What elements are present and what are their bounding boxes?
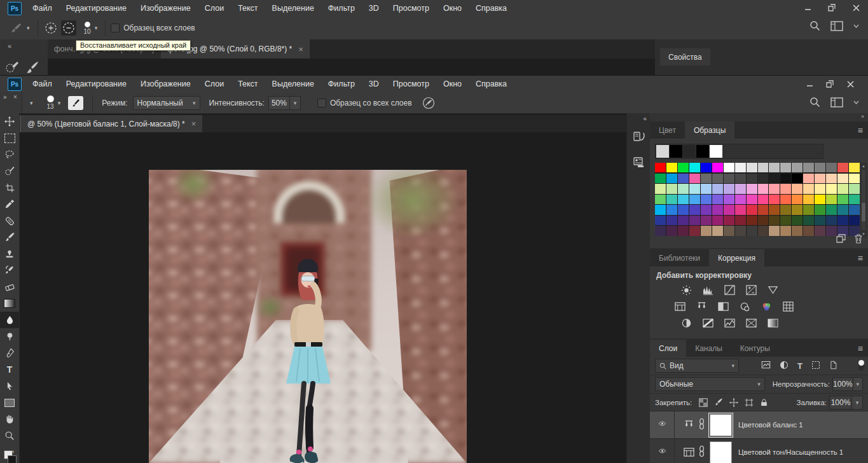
swatch[interactable] bbox=[815, 163, 825, 172]
swatch[interactable] bbox=[724, 163, 734, 172]
swatch[interactable] bbox=[735, 205, 746, 214]
recent-swatch[interactable] bbox=[656, 145, 669, 158]
swatches-tab[interactable]: Цвет bbox=[650, 121, 685, 139]
swatch[interactable] bbox=[712, 216, 723, 225]
swatch[interactable] bbox=[655, 174, 666, 183]
layer-name[interactable]: Цветовой тон/Насыщенность 1 bbox=[738, 448, 843, 456]
swatch[interactable] bbox=[769, 195, 780, 204]
menu-item[interactable]: 3D bbox=[362, 76, 386, 92]
workspace-switcher-icon-2[interactable] bbox=[830, 97, 843, 107]
fill-dropdown-icon[interactable]: ▾ bbox=[852, 396, 863, 410]
swatch[interactable] bbox=[724, 195, 734, 204]
adjustments-tab[interactable]: Коррекция bbox=[709, 249, 764, 266]
hand-tool[interactable] bbox=[0, 411, 19, 427]
swatch[interactable] bbox=[849, 163, 860, 172]
foreground-background-colors[interactable] bbox=[4, 450, 13, 463]
smart-object-filter-icon[interactable] bbox=[829, 361, 837, 371]
scroll-up-icon[interactable]: ▴ bbox=[862, 163, 865, 169]
swatch[interactable] bbox=[689, 205, 700, 214]
swatch[interactable] bbox=[815, 195, 825, 204]
swatch[interactable] bbox=[712, 174, 723, 183]
tab-properties[interactable]: Свойства bbox=[660, 48, 710, 66]
swatch[interactable] bbox=[792, 184, 803, 193]
blend-mode-dropdown[interactable]: Обычные▾ bbox=[655, 377, 765, 391]
close-tab-icon-2[interactable]: × bbox=[191, 119, 196, 128]
swatch[interactable] bbox=[735, 195, 746, 204]
swatch[interactable] bbox=[826, 205, 837, 214]
type-layer-filter-icon[interactable]: T bbox=[797, 361, 803, 371]
zoom-tool[interactable] bbox=[0, 427, 19, 444]
selection-subtract-button[interactable] bbox=[61, 20, 76, 36]
close-tab-icon[interactable]: × bbox=[298, 45, 303, 54]
swatch[interactable] bbox=[666, 195, 677, 204]
swatch[interactable] bbox=[780, 226, 791, 235]
minimize-button-2[interactable] bbox=[799, 76, 820, 92]
swatch[interactable] bbox=[701, 184, 712, 193]
swatch[interactable] bbox=[769, 163, 780, 172]
swatch[interactable] bbox=[655, 226, 666, 235]
exposure-icon[interactable] bbox=[743, 284, 759, 296]
tool-preset-chevron[interactable]: ▾ bbox=[27, 25, 30, 31]
mode-dropdown[interactable]: Нормальный▾ bbox=[133, 96, 200, 110]
airbrush-icon[interactable] bbox=[422, 97, 435, 109]
swatch[interactable] bbox=[792, 216, 803, 225]
swatch[interactable] bbox=[735, 184, 746, 193]
layer-filter-dropdown[interactable]: Вид▾ bbox=[655, 359, 739, 373]
menu-item[interactable]: Справка bbox=[469, 76, 514, 92]
channel-mixer-icon[interactable] bbox=[759, 300, 774, 313]
layer-visibility-icon[interactable] bbox=[650, 439, 675, 463]
pen-tool[interactable] bbox=[0, 345, 19, 361]
swatch[interactable] bbox=[689, 226, 700, 235]
swatch[interactable] bbox=[655, 205, 666, 214]
swatch[interactable] bbox=[769, 205, 780, 214]
lasso-tool[interactable] bbox=[0, 146, 19, 163]
restore-button[interactable] bbox=[820, 0, 844, 15]
swatch[interactable] bbox=[747, 226, 757, 235]
swatch[interactable] bbox=[666, 205, 677, 214]
swatch[interactable] bbox=[837, 184, 848, 193]
swatch[interactable] bbox=[803, 226, 814, 235]
brush-size-chevron-2[interactable]: ▾ bbox=[58, 100, 61, 106]
selective-color-icon[interactable] bbox=[765, 317, 780, 329]
swatch[interactable] bbox=[666, 174, 677, 183]
selection-brush-tool-icon-partial[interactable] bbox=[5, 61, 19, 74]
swatch[interactable] bbox=[735, 163, 746, 172]
recent-swatch[interactable] bbox=[670, 145, 682, 158]
swatch[interactable] bbox=[837, 195, 848, 204]
expand-dock-icon[interactable]: « bbox=[643, 115, 647, 122]
history-brush-tool[interactable] bbox=[0, 262, 19, 279]
layers-tab[interactable]: Каналы bbox=[686, 340, 731, 357]
swatch[interactable] bbox=[803, 163, 814, 172]
layer-name[interactable]: Цветовой баланс 1 bbox=[738, 421, 803, 429]
swatch[interactable] bbox=[815, 226, 825, 235]
swatch[interactable] bbox=[678, 195, 689, 204]
swatch[interactable] bbox=[678, 174, 689, 183]
clone-stamp-tool[interactable] bbox=[0, 245, 19, 262]
swatch[interactable] bbox=[826, 163, 837, 172]
swatch[interactable] bbox=[826, 195, 837, 204]
adjustments-tab[interactable]: Библиотеки bbox=[650, 249, 709, 266]
photo-filter-icon[interactable] bbox=[737, 300, 752, 313]
brightness-contrast-icon[interactable] bbox=[679, 284, 694, 296]
swatch[interactable] bbox=[780, 205, 791, 214]
swatch[interactable] bbox=[747, 195, 757, 204]
swatches-menu-icon[interactable]: ≡ bbox=[858, 125, 863, 135]
swatch[interactable] bbox=[712, 163, 723, 172]
swatch[interactable] bbox=[701, 195, 712, 204]
quick-selection-tool[interactable] bbox=[0, 163, 19, 179]
swatch[interactable] bbox=[747, 205, 757, 214]
lock-all-icon[interactable] bbox=[760, 398, 768, 407]
crop-tool[interactable] bbox=[0, 179, 19, 196]
swatch[interactable] bbox=[837, 163, 848, 172]
fill-value[interactable]: 100% bbox=[829, 396, 852, 410]
strength-value[interactable]: 50% bbox=[268, 96, 290, 110]
type-tool[interactable]: T bbox=[0, 361, 19, 378]
swatch[interactable] bbox=[769, 184, 780, 193]
swatch[interactable] bbox=[712, 195, 723, 204]
swatch[interactable] bbox=[655, 184, 666, 193]
brush-tool[interactable] bbox=[0, 229, 19, 245]
menu-item[interactable]: Слои bbox=[198, 0, 231, 17]
lock-transparency-icon[interactable] bbox=[699, 398, 708, 407]
swatch[interactable] bbox=[815, 184, 825, 193]
swatch[interactable] bbox=[780, 163, 791, 172]
